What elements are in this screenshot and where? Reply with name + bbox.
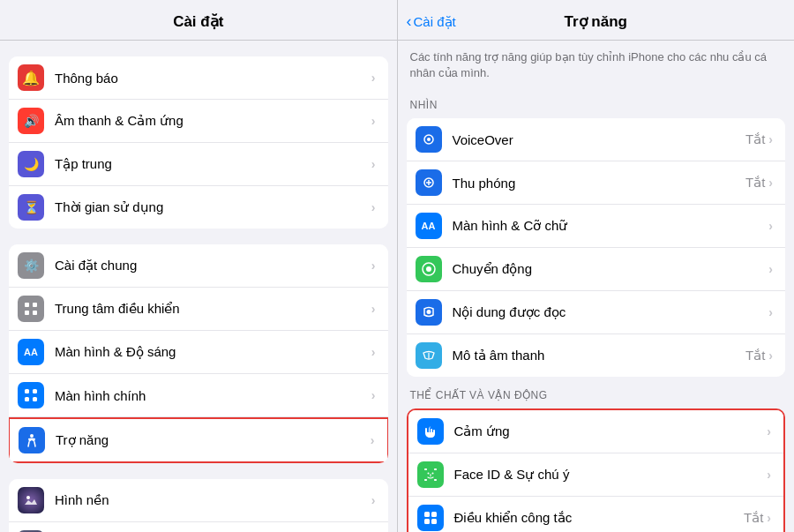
voiceover-icon <box>416 126 442 153</box>
voiceover-label: VoiceOver <box>453 132 745 147</box>
svg-rect-37 <box>434 479 437 481</box>
svg-rect-36 <box>424 479 427 481</box>
hinh-nen-icon <box>18 487 44 513</box>
tro-nang-label: Trợ năng <box>56 432 371 448</box>
nhin-section-label: NHÌN <box>398 94 795 115</box>
svg-rect-4 <box>25 389 29 393</box>
am-thanh-label: Âm thanh & Cảm ứng <box>55 113 371 129</box>
svg-point-32 <box>426 310 431 314</box>
thu-phong-label: Thu phóng <box>453 176 745 191</box>
cai-dat-chung-label: Cài đặt chung <box>55 258 371 273</box>
thu-phong-icon <box>416 169 442 196</box>
svg-rect-5 <box>33 389 37 393</box>
left-header: Cài đặt <box>0 0 397 41</box>
svg-rect-1 <box>33 303 37 307</box>
back-label: Cài đặt <box>414 14 456 30</box>
svg-rect-2 <box>25 311 29 315</box>
face-id-su-chu-y-icon <box>417 461 444 488</box>
right-item-noi-dung[interactable]: Nội dung được đọc › <box>407 291 786 334</box>
svg-point-26 <box>427 138 431 141</box>
right-item-mo-ta-am-thanh[interactable]: Mô tả âm thanh Tắt › <box>407 334 786 377</box>
trung-tam-icon <box>18 296 44 322</box>
mo-ta-am-thanh-label: Mô tả âm thanh <box>453 348 745 363</box>
right-content: Các tính năng trợ năng giúp bạn tùy chỉn… <box>398 41 795 532</box>
man-hinh-chinh-label: Màn hình chính <box>55 388 371 403</box>
svg-point-9 <box>26 496 30 499</box>
tap-trung-icon: 🌙 <box>18 151 44 177</box>
right-title: Trợ năng <box>565 12 627 31</box>
sidebar-item-thoi-gian[interactable]: ⏳ Thời gian sử dụng › <box>9 186 388 229</box>
svg-rect-0 <box>25 303 29 307</box>
man-hinh-do-sang-icon: AA <box>18 339 44 365</box>
right-panel: ‹ Cài đặt Trợ năng Các tính năng trợ năn… <box>398 0 795 532</box>
left-group-3: Hình nền › Siri & Tìm kiếm › <box>9 479 388 532</box>
sidebar-item-tro-nang[interactable]: Trợ năng › <box>10 419 387 461</box>
thoi-gian-label: Thời gian sử dụng <box>55 199 371 215</box>
tro-nang-icon <box>19 427 45 453</box>
man-hinh-co-chu-icon: AA <box>416 213 442 239</box>
right-item-face-id-su-chu-y[interactable]: Face ID & Sự chú ý › <box>408 453 784 497</box>
sidebar-item-trung-tam[interactable]: Trung tâm điều khiển › <box>9 288 388 331</box>
back-chevron-icon: ‹ <box>407 12 412 31</box>
sidebar-item-man-hinh-chinh[interactable]: Màn hình chính › <box>9 374 388 417</box>
thu-phong-value: Tắt <box>745 175 765 191</box>
svg-rect-34 <box>424 468 427 470</box>
svg-rect-7 <box>33 397 37 401</box>
left-group-2: ⚙️ Cài đặt chung › Trung tâm điều khiển … <box>9 244 388 463</box>
svg-rect-43 <box>424 519 430 524</box>
svg-rect-41 <box>424 512 430 517</box>
left-group-1: 🔔 Thông báo › 🔊 Âm thanh & Cảm ứng › 🌙 T… <box>9 56 388 229</box>
man-hinh-co-chu-label: Màn hình & Cỡ chữ <box>453 218 769 234</box>
sidebar-item-hinh-nen[interactable]: Hình nền › <box>9 479 388 522</box>
dieu-khien-cong-tac-value: Tắt <box>744 510 763 526</box>
thoi-gian-icon: ⏳ <box>18 194 44 221</box>
right-item-thu-phong[interactable]: Thu phóng Tắt › <box>407 161 786 205</box>
noi-dung-label: Nội dung được đọc <box>453 304 769 320</box>
back-button[interactable]: ‹ Cài đặt <box>407 12 456 31</box>
svg-rect-6 <box>25 397 29 401</box>
sidebar-item-am-thanh[interactable]: 🔊 Âm thanh & Cảm ứng › <box>9 100 388 143</box>
the-chat-section-label: THỂ CHẤT VÀ VẬN ĐỘNG <box>398 384 795 405</box>
sidebar-item-tro-nang-wrapper: Trợ năng › <box>9 417 388 463</box>
am-thanh-icon: 🔊 <box>18 108 44 134</box>
right-header: ‹ Cài đặt Trợ năng <box>398 0 795 41</box>
left-title: Cài đặt <box>173 13 223 30</box>
mo-ta-am-thanh-value: Tắt <box>745 348 765 363</box>
svg-rect-3 <box>33 311 37 315</box>
left-content: 🔔 Thông báo › 🔊 Âm thanh & Cảm ứng › 🌙 T… <box>0 41 397 532</box>
svg-rect-35 <box>434 468 437 470</box>
sidebar-item-tap-trung[interactable]: 🌙 Tập trung › <box>9 143 388 186</box>
tro-nang-description: Các tính năng trợ năng giúp bạn tùy chỉn… <box>398 41 795 86</box>
right-item-man-hinh-co-chu[interactable]: AA Màn hình & Cỡ chữ › <box>407 205 786 248</box>
mo-ta-am-thanh-icon <box>416 342 442 369</box>
thong-bao-icon: 🔔 <box>18 64 44 91</box>
sidebar-item-man-hinh-do-sang[interactable]: AA Màn hình & Độ sáng › <box>9 331 388 374</box>
face-id-su-chu-y-label: Face ID & Sự chú ý <box>454 467 768 483</box>
hinh-nen-label: Hình nền <box>55 492 371 508</box>
chuyen-dong-icon <box>416 256 442 282</box>
the-chat-group: Cảm ứng › Face ID & Sự chú <box>407 408 786 532</box>
svg-rect-42 <box>431 512 437 517</box>
svg-rect-44 <box>431 519 437 524</box>
left-panel: Cài đặt 🔔 Thông báo › 🔊 Âm thanh & Cảm ứ… <box>0 0 397 532</box>
right-item-voiceover[interactable]: VoiceOver Tắt › <box>407 118 786 161</box>
dieu-khien-cong-tac-label: Điều khiển công tắc <box>454 510 744 526</box>
sidebar-item-thong-bao[interactable]: 🔔 Thông báo › <box>9 56 388 100</box>
chuyen-dong-label: Chuyển động <box>453 261 769 277</box>
voiceover-value: Tắt <box>745 131 765 147</box>
right-item-dieu-khien-cong-tac[interactable]: Điều khiển công tắc Tắt › <box>408 497 784 532</box>
right-item-chuyen-dong[interactable]: Chuyển động › <box>407 248 786 291</box>
cam-ung-icon <box>417 418 444 445</box>
man-hinh-chinh-icon <box>18 382 44 408</box>
tap-trung-label: Tập trung <box>55 156 371 172</box>
right-item-cam-ung[interactable]: Cảm ứng › <box>408 410 784 453</box>
sidebar-item-cai-dat-chung[interactable]: ⚙️ Cài đặt chung › <box>9 244 388 288</box>
svg-point-8 <box>30 434 34 438</box>
sidebar-item-siri[interactable]: Siri & Tìm kiếm › <box>9 522 388 532</box>
nhin-group: VoiceOver Tắt › Thu phóng Tắt › AA Mà <box>407 118 786 377</box>
svg-point-38 <box>427 473 429 475</box>
cam-ung-label: Cảm ứng <box>454 423 768 439</box>
cai-dat-chung-icon: ⚙️ <box>18 252 44 279</box>
svg-point-39 <box>431 473 433 475</box>
thong-bao-label: Thông báo <box>55 71 371 86</box>
